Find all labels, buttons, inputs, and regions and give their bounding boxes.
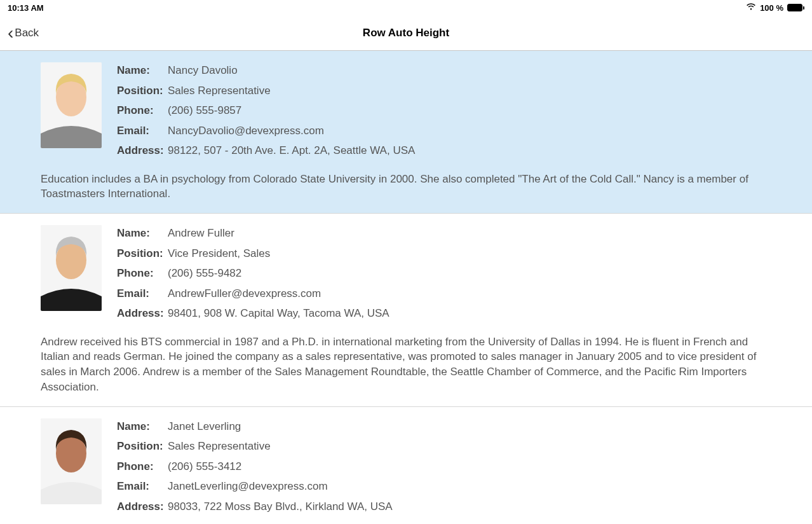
list-item[interactable]: Name:Nancy Davolio Position:Sales Repres… (0, 51, 812, 214)
avatar (41, 225, 102, 311)
name-label: Name: (117, 418, 168, 435)
name-value: Nancy Davolio (168, 62, 238, 79)
name-label: Name: (117, 62, 168, 79)
avatar (41, 418, 102, 504)
position-value: Sales Representative (168, 83, 271, 99)
back-button[interactable]: ‹ Back (8, 24, 39, 42)
avatar (41, 62, 102, 148)
name-value: Andrew Fuller (168, 225, 234, 242)
nav-bar: ‹ Back Row Auto Height (0, 15, 812, 51)
email-label: Email: (117, 286, 168, 302)
fields: Name:Janet Leverling Position:Sales Repr… (117, 418, 771, 519)
battery-percent: 100 % (760, 3, 783, 13)
position-label: Position: (117, 438, 168, 455)
phone-value: (206) 555-3412 (168, 459, 241, 475)
bio-text: Andrew received his BTS commercial in 19… (41, 334, 771, 395)
wifi-icon (746, 3, 756, 13)
page-title: Row Auto Height (363, 27, 449, 39)
address-label: Address: (117, 499, 168, 515)
phone-label: Phone: (117, 102, 168, 119)
position-value: Sales Representative (168, 438, 271, 455)
address-label: Address: (117, 305, 168, 322)
status-bar: 10:13 AM 100 % (0, 0, 812, 15)
row-top: Name:Andrew Fuller Position:Vice Preside… (41, 225, 771, 326)
email-value: JanetLeverling@devexpress.com (168, 478, 328, 495)
email-value: AndrewFuller@devexpress.com (168, 286, 321, 302)
bio-text: Education includes a BA in psychology fr… (41, 172, 771, 202)
phone-value: (206) 555-9482 (168, 265, 241, 282)
position-label: Position: (117, 83, 168, 99)
back-label: Back (15, 27, 39, 39)
chevron-left-icon: ‹ (8, 24, 13, 42)
address-value: 98122, 507 - 20th Ave. E. Apt. 2A, Seatt… (168, 142, 415, 159)
row-top: Name:Nancy Davolio Position:Sales Repres… (41, 62, 771, 163)
name-label: Name: (117, 225, 168, 242)
email-value: NancyDavolio@devexpress.com (168, 123, 324, 139)
status-time: 10:13 AM (8, 3, 44, 13)
address-label: Address: (117, 142, 168, 159)
fields: Name:Andrew Fuller Position:Vice Preside… (117, 225, 771, 326)
email-label: Email: (117, 478, 168, 495)
phone-label: Phone: (117, 265, 168, 282)
fields: Name:Nancy Davolio Position:Sales Repres… (117, 62, 771, 163)
row-top: Name:Janet Leverling Position:Sales Repr… (41, 418, 771, 519)
employee-list: Name:Nancy Davolio Position:Sales Repres… (0, 51, 812, 524)
phone-value: (206) 555-9857 (168, 102, 241, 119)
phone-label: Phone: (117, 459, 168, 475)
address-value: 98033, 722 Moss Bay Blvd., Kirkland WA, … (168, 499, 393, 515)
address-value: 98401, 908 W. Capital Way, Tacoma WA, US… (168, 305, 389, 322)
list-item[interactable]: Name:Andrew Fuller Position:Vice Preside… (0, 214, 812, 407)
list-item[interactable]: Name:Janet Leverling Position:Sales Repr… (0, 407, 812, 524)
position-value: Vice President, Sales (168, 245, 270, 262)
name-value: Janet Leverling (168, 418, 241, 435)
battery-icon (787, 4, 804, 11)
position-label: Position: (117, 245, 168, 262)
email-label: Email: (117, 123, 168, 139)
status-right: 100 % (746, 3, 804, 13)
